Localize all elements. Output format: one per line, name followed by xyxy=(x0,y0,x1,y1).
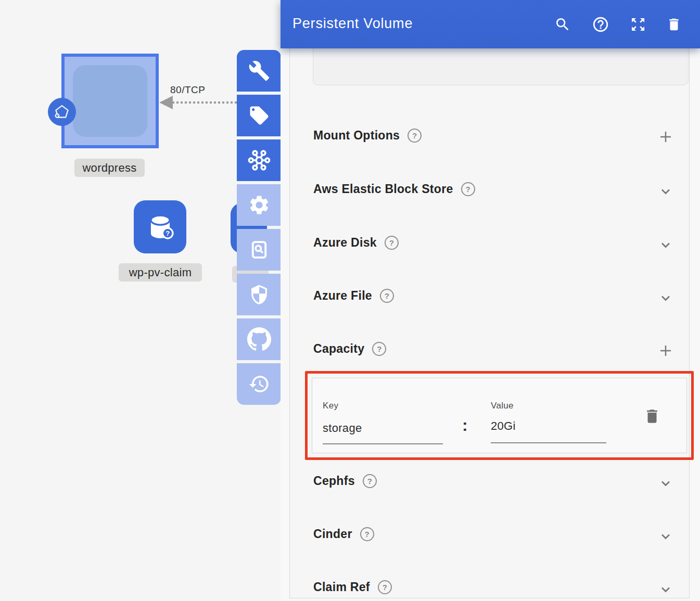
help-glyph: ? xyxy=(383,583,387,592)
expand-aws-ebs-button[interactable] xyxy=(657,183,674,200)
help-glyph: ? xyxy=(367,477,372,485)
section-title: Cinder xyxy=(313,527,352,541)
chevron-down-icon xyxy=(658,529,673,544)
help-icon[interactable]: ? xyxy=(378,580,392,594)
expand-button[interactable] xyxy=(629,15,647,34)
tag-icon xyxy=(248,105,270,126)
section-title: Claim Ref xyxy=(313,580,370,594)
search-icon xyxy=(554,16,571,33)
help-glyph: ? xyxy=(389,238,394,247)
github-icon xyxy=(247,327,271,351)
hub-icon xyxy=(247,148,271,172)
wrench-icon xyxy=(248,60,270,82)
pod-badge[interactable] xyxy=(48,98,76,126)
expand-cephfs-button[interactable] xyxy=(657,475,674,492)
help-icon[interactable]: ? xyxy=(363,474,377,488)
help-glyph: ? xyxy=(465,185,470,194)
node-label-wp-pv-claim: wp-pv-claim xyxy=(119,263,202,282)
section-title: Aws Elastic Block Store xyxy=(313,182,453,196)
help-icon[interactable]: ? xyxy=(380,289,394,303)
database-cylinder-icon: ? xyxy=(144,211,176,243)
node-wp-pv-claim[interactable]: ? xyxy=(134,200,186,253)
value-field-input[interactable]: 20Gi xyxy=(491,419,516,433)
tag-tool-button[interactable] xyxy=(237,95,281,136)
section-title: Mount Options xyxy=(313,129,400,143)
section-claim-ref: Claim Ref ? xyxy=(313,580,392,594)
chevron-down-icon xyxy=(658,238,673,252)
key-field-input[interactable]: storage xyxy=(323,421,362,435)
hub-tool-button[interactable] xyxy=(237,139,281,181)
github-tool-button[interactable] xyxy=(237,318,281,360)
pentagon-pod-icon xyxy=(53,103,71,121)
delete-button[interactable] xyxy=(665,15,683,34)
search-document-icon xyxy=(248,239,270,261)
search-document-tool-button[interactable] xyxy=(237,229,281,271)
help-glyph: ? xyxy=(385,291,389,300)
node-wordpress[interactable] xyxy=(61,54,159,148)
wrench-tool-button[interactable] xyxy=(237,50,281,92)
trash-icon xyxy=(643,407,661,425)
gear-tool-button[interactable] xyxy=(237,184,281,226)
edge-arrowhead xyxy=(159,96,173,109)
help-icon[interactable]: ? xyxy=(385,236,399,250)
expand-claim-ref-button[interactable] xyxy=(657,581,674,598)
history-icon xyxy=(248,373,270,395)
value-field-underline xyxy=(491,442,606,443)
question-badge-glyph: ? xyxy=(166,229,170,237)
help-glyph: ? xyxy=(412,131,417,140)
section-cephfs: Cephfs ? xyxy=(313,474,377,488)
help-icon[interactable]: ? xyxy=(461,182,475,196)
history-tool-button[interactable] xyxy=(237,363,281,405)
delete-capacity-row-button[interactable] xyxy=(643,407,662,426)
key-field-label: Key xyxy=(323,401,338,411)
chevron-down-icon xyxy=(658,582,673,597)
trash-icon xyxy=(666,17,682,32)
help-icon xyxy=(592,16,609,33)
drawer-title: Persistent Volume xyxy=(292,16,413,32)
key-value-separator: : xyxy=(462,416,468,435)
section-title: Capacity xyxy=(313,342,364,356)
plus-icon xyxy=(658,343,673,359)
expand-cinder-button[interactable] xyxy=(657,528,674,545)
capacity-highlight-box: Key storage : Value 20Gi xyxy=(305,371,694,460)
form-scroll-area[interactable]: ReadWriteOnce Mount Options ? Aws Elasti… xyxy=(289,0,690,598)
section-title: Azure File xyxy=(313,289,372,303)
gear-icon xyxy=(248,194,271,216)
section-title: Azure Disk xyxy=(313,236,377,250)
help-glyph: ? xyxy=(365,530,370,539)
chevron-down-icon xyxy=(658,291,673,305)
help-icon[interactable]: ? xyxy=(408,129,422,143)
node-wordpress-inner xyxy=(73,65,147,137)
section-mount-options: Mount Options ? xyxy=(313,129,422,143)
expand-azure-disk-button[interactable] xyxy=(657,237,674,253)
chevron-down-icon xyxy=(658,476,673,491)
drawer-header: Persistent Volume xyxy=(281,0,700,48)
value-field-label: Value xyxy=(491,401,514,411)
expand-icon xyxy=(630,16,646,33)
key-field-underline xyxy=(323,443,443,444)
help-button[interactable] xyxy=(591,15,610,34)
add-capacity-button[interactable] xyxy=(657,342,674,359)
expand-azure-file-button[interactable] xyxy=(657,290,674,306)
section-title: Cephfs xyxy=(313,474,355,488)
shield-tool-button[interactable] xyxy=(237,274,281,315)
canvas-toolbar xyxy=(237,50,281,408)
shield-icon xyxy=(249,284,270,305)
help-icon[interactable]: ? xyxy=(372,342,386,356)
search-button[interactable] xyxy=(553,15,572,34)
section-aws-ebs: Aws Elastic Block Store ? xyxy=(313,182,475,196)
plus-icon xyxy=(658,129,673,145)
chevron-down-icon xyxy=(658,184,673,199)
section-azure-disk: Azure Disk ? xyxy=(313,236,399,250)
section-cinder: Cinder ? xyxy=(313,527,374,541)
section-capacity: Capacity ? xyxy=(313,342,386,356)
add-mount-option-button[interactable] xyxy=(657,129,674,145)
help-glyph: ? xyxy=(377,344,381,353)
persistent-volume-drawer: ReadWriteOnce Mount Options ? Aws Elasti… xyxy=(281,0,700,601)
help-icon[interactable]: ? xyxy=(360,527,374,541)
edge-port-label: 80/TCP xyxy=(170,84,205,96)
section-azure-file: Azure File ? xyxy=(313,289,394,303)
capacity-key-value-row: Key storage : Value 20Gi xyxy=(312,378,687,453)
node-label-wordpress: wordpress xyxy=(74,159,145,177)
